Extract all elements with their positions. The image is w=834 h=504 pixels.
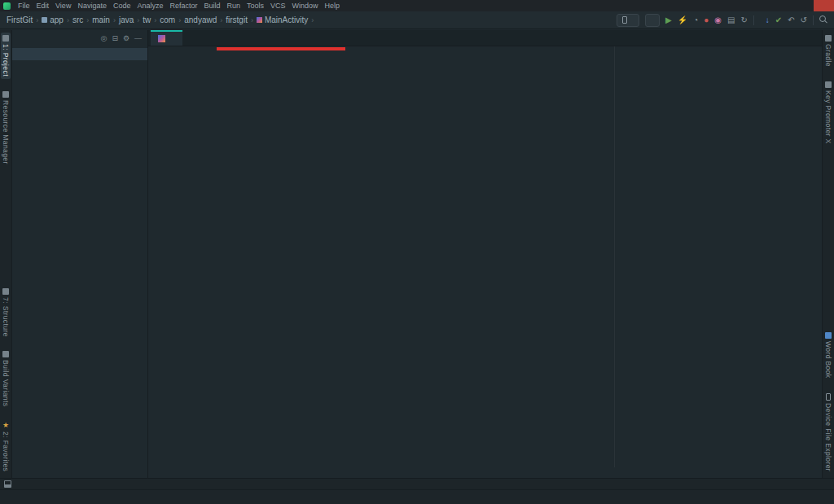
toolwindow-button-gradle[interactable]: Gradle [823, 33, 833, 69]
toolwindow-button-2-favorites[interactable]: ★2: Favorites [1, 419, 11, 474]
kotlin-file-icon [158, 35, 165, 42]
breadcrumb-label: main [92, 15, 110, 24]
word-book-icon [825, 332, 832, 339]
annotation-red-box [217, 47, 345, 50]
navigation-bar: FirstGit›app›src›main›java›tw›com›andyaw… [0, 11, 834, 29]
menu-build[interactable]: Build [200, 2, 223, 10]
toolwindow-button-key-promoter-x[interactable]: Key Promoter X [823, 79, 833, 147]
breadcrumb-firstgit[interactable]: firstgit [226, 15, 248, 24]
module-icon [42, 17, 47, 23]
breadcrumb-label: com [160, 15, 175, 24]
main-area: 1: ProjectResource Manager 7: StructureB… [0, 30, 834, 478]
collapse-all-icon[interactable]: ⊟ [112, 34, 118, 42]
breadcrumb-firstgit[interactable]: FirstGit [7, 15, 33, 24]
settings-gear-icon[interactable]: ⚙ [123, 34, 129, 42]
breadcrumb-com[interactable]: com [160, 15, 175, 24]
chevron-right-icon: › [86, 16, 89, 24]
toolwindow-bar [0, 478, 834, 489]
chevron-right-icon: › [220, 16, 222, 24]
key-promoter-x-icon [825, 81, 832, 88]
chevron-right-icon: › [137, 16, 139, 24]
build-variants-icon [2, 351, 9, 357]
toolwindow-button-resource-manager[interactable]: Resource Manager [1, 89, 11, 167]
git-rollback-icon[interactable]: ↶ [788, 16, 794, 24]
toolwindow-toggle-icon[interactable] [4, 480, 11, 488]
code-editor[interactable] [148, 46, 822, 467]
menu-tools[interactable]: Tools [244, 2, 267, 10]
android-studio-window: FileEditViewNavigateCodeAnalyzeRefactorB… [0, 0, 834, 504]
kotlin-icon [257, 17, 262, 23]
chevron-right-icon: › [113, 16, 116, 24]
chevron-right-icon: › [178, 16, 181, 24]
menu-analyze[interactable]: Analyze [134, 2, 166, 10]
menu-code[interactable]: Code [110, 2, 134, 10]
status-bar [0, 489, 834, 504]
search-everywhere-icon[interactable] [819, 15, 827, 25]
breadcrumb-andyawd[interactable]: andyawd [184, 15, 217, 24]
menu-run[interactable]: Run [224, 2, 244, 10]
window-controls [773, 0, 834, 11]
menu-navigate[interactable]: Navigate [74, 2, 110, 10]
git-history-icon[interactable]: ↺ [801, 16, 807, 24]
git-update-icon[interactable]: ↓ [766, 16, 770, 24]
right-stripe-bottom: Word BookDevice File Explorer [823, 330, 834, 474]
menu-refactor[interactable]: Refactor [166, 2, 200, 10]
device-manager-icon[interactable]: ▤ [727, 16, 735, 24]
breadcrumb-main[interactable]: main [92, 15, 110, 24]
toolbar-actions: ▶⚡◔●◉▤↻ ↓✔↶↺ [611, 14, 827, 27]
close-button[interactable] [814, 0, 834, 11]
stop-icon[interactable]: ● [704, 16, 709, 24]
right-stripe-top: GradleKey Promoter X [823, 33, 834, 147]
breadcrumb-app[interactable]: app [42, 15, 64, 24]
git-actions: ↓✔↶↺ [766, 16, 807, 24]
toolwindow-button-1-project[interactable]: 1: Project [1, 33, 11, 79]
maximize-button[interactable] [793, 0, 814, 11]
breadcrumb-label: app [50, 15, 64, 24]
editor-tabbar [148, 30, 822, 46]
breadcrumb-mainactivity[interactable]: MainActivity [257, 15, 308, 24]
locate-file-icon[interactable]: ◎ [101, 34, 108, 42]
tree-item-app[interactable] [12, 48, 147, 60]
run-button[interactable]: ▶ [665, 16, 672, 24]
chevron-right-icon: › [311, 16, 314, 24]
device-select[interactable] [645, 14, 660, 27]
misc-actions [819, 15, 827, 25]
breadcrumb-tw[interactable]: tw [143, 15, 151, 24]
menu-edit[interactable]: Edit [33, 2, 53, 10]
right-tool-stripe: GradleKey Promoter X Word BookDevice Fil… [822, 30, 834, 478]
breadcrumb-src[interactable]: src [72, 15, 83, 24]
breadcrumb-java[interactable]: java [119, 15, 134, 24]
toolwindow-button-device-file-explorer[interactable]: Device File Explorer [823, 391, 833, 474]
sync-gradle-icon[interactable]: ↻ [740, 16, 747, 24]
menu-file[interactable]: File [15, 2, 33, 10]
minimize-button[interactable] [773, 0, 793, 11]
toolwindow-button-7-structure[interactable]: 7: Structure [1, 286, 11, 340]
menu-window[interactable]: Window [289, 2, 322, 10]
titlebar: FileEditViewNavigateCodeAnalyzeRefactorB… [0, 0, 834, 11]
run-config-select[interactable] [617, 14, 639, 27]
project-panel-icons: ◎⊟⚙― [101, 34, 142, 42]
editor-breadcrumbs [148, 467, 822, 478]
git-commit-icon[interactable]: ✔ [775, 16, 782, 24]
toolwindow-button-build-variants[interactable]: Build Variants [1, 348, 11, 409]
breadcrumb-label: FirstGit [7, 15, 33, 24]
screen-record-icon[interactable]: ◉ [714, 16, 722, 24]
apply-changes-icon[interactable]: ⚡ [678, 16, 687, 24]
tab-mainactivity[interactable] [151, 30, 182, 46]
chevron-right-icon: › [67, 16, 69, 24]
menu-view[interactable]: View [52, 2, 74, 10]
breadcrumb-label: src [72, 15, 83, 24]
breadcrumb-label: MainActivity [265, 15, 308, 24]
1-project-icon [2, 35, 9, 42]
hide-panel-icon[interactable]: ― [134, 34, 142, 42]
chevron-right-icon: › [36, 16, 38, 24]
breadcrumb-label: andyawd [184, 15, 217, 24]
menu-help[interactable]: Help [322, 2, 344, 10]
right-margin-guide [614, 46, 615, 467]
toolwindow-button-word-book[interactable]: Word Book [823, 330, 833, 381]
menu-vcs[interactable]: VCS [267, 2, 289, 10]
chevron-right-icon: › [154, 16, 156, 24]
left-stripe-top: 1: ProjectResource Manager [0, 33, 11, 167]
device-file-explorer-icon [826, 393, 831, 401]
profiler-icon[interactable]: ◔ [693, 16, 698, 24]
